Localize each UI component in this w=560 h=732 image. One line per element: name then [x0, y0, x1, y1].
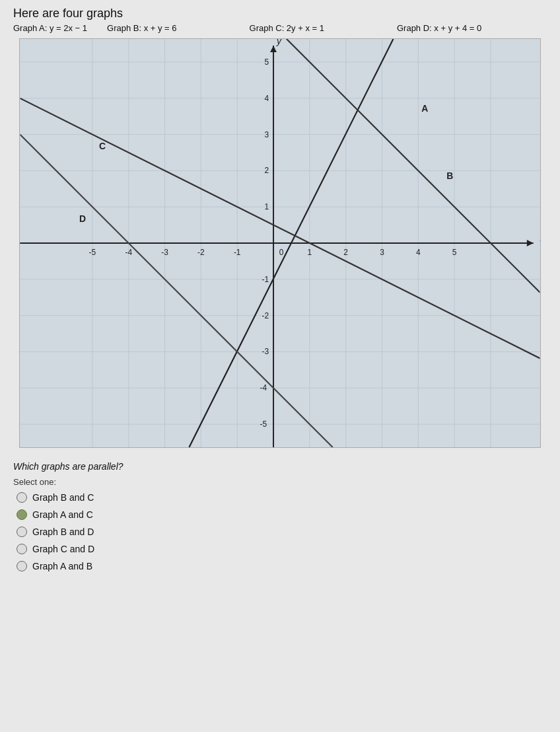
svg-text:-4: -4	[260, 383, 267, 392]
option-graph-c-and-d[interactable]: Graph C and D	[17, 544, 547, 554]
svg-text:-3: -3	[262, 347, 269, 356]
option-label-b-and-d: Graph B and D	[32, 527, 94, 537]
svg-text:-2: -2	[197, 248, 205, 257]
svg-text:1: 1	[264, 202, 269, 211]
svg-text:y: y	[276, 39, 282, 46]
svg-text:3: 3	[380, 248, 384, 257]
svg-text:3: 3	[264, 130, 269, 139]
radio-b-and-c[interactable]	[17, 492, 27, 503]
svg-text:5: 5	[452, 248, 457, 257]
svg-text:-2: -2	[262, 311, 269, 320]
svg-text:0: 0	[279, 248, 284, 257]
select-one-label: Select one:	[13, 477, 547, 487]
svg-text:-4: -4	[125, 248, 132, 257]
svg-text:-3: -3	[161, 248, 168, 257]
svg-text:-1: -1	[234, 248, 241, 257]
option-label-b-and-c: Graph B and C	[32, 492, 94, 503]
svg-text:-1: -1	[262, 275, 269, 284]
graph-area: x y -5 -4 -3 -2 -1 0 1 2 3 4 5 5 4 3 2 1…	[19, 38, 541, 448]
options-list: Graph B and C Graph A and C Graph B and …	[13, 492, 547, 571]
svg-text:2: 2	[264, 166, 269, 175]
graph-label-d: Graph D: x + y + 4 = 0	[397, 23, 481, 33]
radio-a-and-b[interactable]	[17, 561, 27, 571]
svg-text:4: 4	[416, 248, 421, 257]
svg-text:C: C	[99, 141, 106, 151]
option-label-a-and-b: Graph A and B	[32, 561, 92, 571]
option-graph-a-and-b[interactable]: Graph A and B	[17, 561, 547, 571]
svg-text:1: 1	[308, 248, 312, 257]
svg-text:5: 5	[264, 57, 269, 67]
radio-b-and-d[interactable]	[17, 527, 27, 537]
svg-text:2: 2	[343, 248, 348, 257]
svg-text:x: x	[540, 233, 540, 243]
svg-text:D: D	[79, 213, 86, 224]
graph-label-a: Graph A: y = 2x − 1	[13, 23, 87, 33]
radio-a-and-c[interactable]	[17, 509, 27, 520]
svg-text:-5: -5	[260, 420, 267, 429]
page-title: Here are four graphs	[13, 7, 547, 20]
option-label-a-and-c: Graph A and C	[32, 509, 93, 520]
option-graph-a-and-c[interactable]: Graph A and C	[17, 509, 547, 520]
graph-labels-row: Graph A: y = 2x − 1 Graph B: x + y = 6 G…	[13, 23, 547, 33]
graph-label-b: Graph B: x + y = 6	[107, 23, 177, 33]
svg-text:-5: -5	[89, 248, 96, 257]
svg-text:B: B	[446, 170, 453, 181]
svg-text:A: A	[421, 103, 428, 114]
question-text: Which graphs are parallel?	[13, 461, 547, 472]
option-graph-b-and-c[interactable]: Graph B and C	[17, 492, 547, 503]
graph-label-c: Graph C: 2y + x = 1	[250, 23, 324, 33]
question-section: Which graphs are parallel? Select one: G…	[13, 461, 547, 571]
radio-c-and-d[interactable]	[17, 544, 27, 554]
svg-text:4: 4	[264, 94, 269, 103]
option-label-c-and-d: Graph C and D	[32, 544, 94, 554]
option-graph-b-and-d[interactable]: Graph B and D	[17, 527, 547, 537]
